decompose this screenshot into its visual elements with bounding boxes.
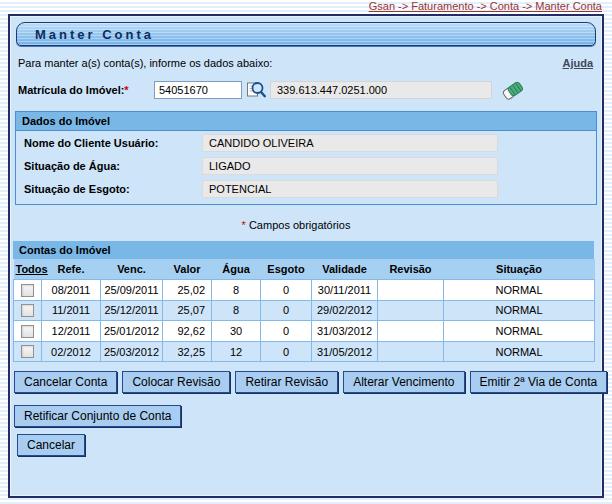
- row-checkbox[interactable]: [21, 284, 34, 297]
- contas-section: Contas do Imóvel Todos Refe. Venc. Valor…: [13, 241, 594, 362]
- cell-agua: 8: [212, 300, 261, 321]
- required-fields-note: * Campos obrigatórios: [13, 219, 579, 231]
- cell-revisao: [378, 300, 444, 321]
- situacao-esgoto-value: POTENCIAL: [202, 180, 498, 198]
- cell-situacao: NORMAL: [444, 341, 595, 362]
- page-title: Manter Conta: [35, 27, 154, 42]
- cell-venc: 25/12/2011: [101, 300, 163, 321]
- col-valor: Valor: [163, 259, 212, 280]
- row-checkbox[interactable]: [21, 304, 34, 317]
- alterar-vencimento-button[interactable]: Alterar Vencimento: [343, 371, 464, 393]
- cell-valor: 25,02: [163, 280, 212, 301]
- situacao-esgoto-label: Situação de Esgoto:: [24, 183, 202, 195]
- colocar-revisao-button[interactable]: Colocar Revisão: [122, 371, 230, 393]
- cell-agua: 8: [212, 280, 261, 301]
- cell-revisao: [378, 280, 444, 301]
- cell-esgoto: 0: [261, 341, 312, 362]
- cell-valor: 92,62: [163, 321, 212, 342]
- required-note-asterisk: *: [242, 219, 246, 231]
- cell-esgoto: 0: [261, 321, 312, 342]
- nome-cliente-label: Nome do Cliente Usuário:: [24, 137, 202, 149]
- search-icon[interactable]: [246, 80, 266, 100]
- matricula-input[interactable]: [154, 81, 242, 99]
- situacao-agua-label: Situação de Água:: [24, 160, 202, 172]
- row-checkbox[interactable]: [21, 345, 34, 358]
- cell-valor: 32,25: [163, 341, 212, 362]
- col-agua: Água: [212, 259, 261, 280]
- field-row-situacao-esgoto: Situação de Esgoto: POTENCIAL: [16, 177, 596, 204]
- required-note-text: Campos obrigatórios: [249, 219, 351, 231]
- required-asterisk: *: [124, 84, 128, 96]
- select-all-link[interactable]: Todos: [14, 259, 42, 280]
- cell-agua: 12: [212, 341, 261, 362]
- actions-row-1: Cancelar Conta Colocar Revisão Retirar R…: [14, 371, 598, 393]
- manter-conta-panel: Manter Conta Para manter a(s) conta(s), …: [8, 14, 604, 498]
- col-refe: Refe.: [42, 259, 101, 280]
- col-esgoto: Esgoto: [261, 259, 312, 280]
- cell-refe: 02/2012: [42, 341, 101, 362]
- intro-row: Para manter a(s) conta(s), informe os da…: [13, 52, 599, 71]
- actions-row-2: Retificar Conjunto de Conta: [14, 405, 598, 427]
- cell-venc: 25/09/2011: [101, 280, 163, 301]
- col-venc: Venc.: [101, 259, 163, 280]
- situacao-agua-value: LIGADO: [202, 157, 498, 175]
- cell-revisao: [378, 321, 444, 342]
- table-row: 12/2011 25/01/2012 92,62 30 0 31/03/2012…: [14, 321, 595, 342]
- actions-row-3: Cancelar: [17, 434, 598, 456]
- col-validade: Validade: [312, 259, 378, 280]
- cell-agua: 30: [212, 321, 261, 342]
- breadcrumb[interactable]: Gsan -> Faturamento -> Conta -> Manter C…: [369, 0, 602, 12]
- table-row: 08/2011 25/09/2011 25,02 8 0 30/11/2011 …: [14, 280, 595, 301]
- cell-situacao: NORMAL: [444, 280, 595, 301]
- instructions-text: Para manter a(s) conta(s), informe os da…: [18, 57, 272, 69]
- contas-title: Contas do Imóvel: [13, 241, 594, 259]
- retificar-conjunto-button[interactable]: Retificar Conjunto de Conta: [14, 405, 181, 427]
- cell-esgoto: 0: [261, 280, 312, 301]
- matricula-label-text: Matrícula do Imóvel:: [18, 84, 124, 96]
- page-title-bar: Manter Conta: [16, 22, 596, 46]
- cell-situacao: NORMAL: [444, 300, 595, 321]
- dados-imovel-section: Dados do Imóvel Nome do Cliente Usuário:…: [15, 111, 597, 205]
- cell-venc: 25/01/2012: [101, 321, 163, 342]
- cell-validade: 31/05/2012: [312, 341, 378, 362]
- table-header-row: Todos Refe. Venc. Valor Água Esgoto Vali…: [14, 259, 595, 280]
- row-checkbox[interactable]: [21, 325, 34, 338]
- cell-validade: 29/02/2012: [312, 300, 378, 321]
- cell-refe: 11/2011: [42, 300, 101, 321]
- field-row-nome-cliente: Nome do Cliente Usuário: CANDIDO OLIVEIR…: [16, 131, 596, 154]
- retirar-revisao-button[interactable]: Retirar Revisão: [235, 371, 338, 393]
- matricula-label: Matrícula do Imóvel:*: [18, 84, 154, 96]
- inscription-field: 339.613.447.0251.000: [270, 81, 492, 99]
- cell-validade: 31/03/2012: [312, 321, 378, 342]
- help-link[interactable]: Ajuda: [562, 57, 593, 69]
- field-row-situacao-agua: Situação de Água: LIGADO: [16, 154, 596, 177]
- cell-revisao: [378, 341, 444, 362]
- cancelar-button[interactable]: Cancelar: [17, 434, 85, 456]
- dados-imovel-title: Dados do Imóvel: [16, 112, 596, 131]
- eraser-icon[interactable]: [502, 79, 524, 101]
- cell-refe: 12/2011: [42, 321, 101, 342]
- emitir-segunda-via-button[interactable]: Emitir 2ª Via de Conta: [470, 371, 608, 393]
- actions-area: Cancelar Conta Colocar Revisão Retirar R…: [13, 371, 599, 456]
- nome-cliente-value: CANDIDO OLIVEIRA: [202, 134, 498, 152]
- cell-refe: 08/2011: [42, 280, 101, 301]
- table-row: 11/2011 25/12/2011 25,07 8 0 29/02/2012 …: [14, 300, 595, 321]
- cell-esgoto: 0: [261, 300, 312, 321]
- col-revisao: Revisão: [378, 259, 444, 280]
- cancelar-conta-button[interactable]: Cancelar Conta: [14, 371, 117, 393]
- contas-table: Todos Refe. Venc. Valor Água Esgoto Vali…: [13, 259, 595, 362]
- col-situacao: Situação: [444, 259, 595, 280]
- cell-venc: 25/03/2012: [101, 341, 163, 362]
- cell-situacao: NORMAL: [444, 321, 595, 342]
- cell-validade: 30/11/2011: [312, 280, 378, 301]
- cell-valor: 25,07: [163, 300, 212, 321]
- table-row: 02/2012 25/03/2012 32,25 12 0 31/05/2012…: [14, 341, 595, 362]
- matricula-row: Matrícula do Imóvel:* 339.613.447.0251.0…: [13, 71, 599, 107]
